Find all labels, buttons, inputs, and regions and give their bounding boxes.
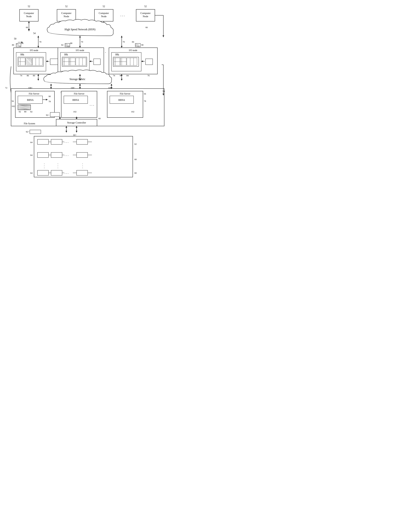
svg-text:56: 56 (12, 100, 14, 102)
svg-text:File Server: File Server (29, 92, 39, 95)
svg-text:2: 2 (118, 54, 119, 56)
svg-text:78: 78 (48, 100, 51, 103)
svg-rect-79 (50, 59, 58, 65)
svg-text:File Server: File Server (120, 92, 130, 95)
svg-text:Computer: Computer (140, 12, 151, 15)
svg-text:BB: BB (115, 53, 119, 56)
svg-text:84: 84 (132, 40, 134, 43)
svg-text:64: 64 (30, 172, 33, 174)
svg-text:86: 86 (27, 74, 29, 77)
svg-marker-231 (66, 131, 67, 132)
svg-text:Node: Node (101, 15, 107, 18)
svg-rect-107 (94, 59, 100, 65)
svg-marker-232 (66, 126, 67, 128)
svg-text:92: 92 (19, 110, 21, 113)
svg-text:88: 88 (70, 42, 72, 45)
svg-marker-46 (79, 46, 81, 48)
svg-text:·: · (44, 166, 45, 170)
svg-rect-246 (77, 139, 88, 145)
svg-text:0: 0 (23, 54, 24, 56)
svg-text:52: 52 (144, 5, 147, 8)
svg-marker-171 (79, 84, 81, 85)
svg-text:90: 90 (141, 44, 143, 46)
svg-text:Node: Node (64, 15, 69, 18)
svg-text:60: 60 (135, 172, 137, 174)
diagram-container: Computer Node 52 Computer Node 52 Comput… (0, 0, 170, 208)
svg-rect-253 (51, 153, 62, 158)
svg-text:108~: 108~ (71, 86, 75, 89)
svg-text:84: 84 (127, 74, 129, 77)
svg-text:Node: Node (143, 15, 148, 18)
svg-text:70: 70 (81, 40, 83, 43)
svg-text:90: 90 (48, 95, 51, 98)
svg-text:60: 60 (135, 158, 137, 161)
svg-text:Computer: Computer (61, 12, 71, 15)
svg-rect-212 (107, 91, 143, 117)
svg-marker-156 (121, 79, 122, 81)
svg-text:108~: 108~ (28, 86, 33, 89)
svg-text:66: 66 (145, 26, 148, 29)
svg-text:Node: Node (26, 15, 32, 18)
svg-text:86: 86 (21, 42, 24, 45)
svg-text:92~: 92~ (46, 114, 49, 116)
svg-text:72: 72 (5, 86, 7, 89)
svg-marker-150 (38, 79, 39, 81)
svg-text:Computer: Computer (99, 12, 109, 15)
svg-marker-151 (38, 74, 39, 76)
svg-text:. . .: . . . (65, 153, 68, 156)
svg-marker-34 (163, 35, 164, 37)
svg-marker-168 (50, 84, 52, 85)
svg-text:I/O node: I/O node (129, 49, 137, 52)
svg-text:File Server: File Server (74, 92, 84, 95)
svg-text:68: 68 (98, 117, 101, 120)
svg-rect-137 (145, 59, 153, 65)
svg-rect-132 (127, 58, 137, 65)
svg-rect-74 (32, 58, 43, 65)
svg-text:64: 64 (30, 154, 33, 156)
svg-text:54: 54 (33, 32, 36, 35)
svg-text:102: 102 (12, 105, 15, 107)
svg-text:BBNA: BBNA (27, 99, 34, 101)
svg-text:78: 78 (144, 100, 146, 102)
svg-text:File System: File System (24, 122, 35, 125)
svg-text:. . .: . . . (65, 171, 68, 174)
svg-text:80: 80 (33, 74, 35, 77)
svg-text:BBNA: BBNA (73, 99, 79, 101)
svg-rect-255 (77, 153, 88, 158)
svg-text:I/O node: I/O node (76, 49, 84, 52)
svg-marker-47 (79, 36, 81, 38)
svg-text:Storage Fabric: Storage Fabric (69, 78, 85, 81)
svg-rect-219 (50, 112, 60, 117)
svg-text:70: 70 (39, 40, 41, 43)
svg-marker-42 (38, 46, 39, 48)
svg-text:82: 82 (30, 110, 32, 113)
svg-marker-235 (76, 126, 77, 128)
svg-text:52: 52 (65, 5, 68, 8)
svg-text:. . .: . . . (65, 140, 68, 143)
svg-marker-50 (121, 46, 122, 48)
svg-marker-51 (121, 36, 122, 38)
svg-marker-234 (76, 131, 77, 132)
svg-text:·: · (82, 166, 83, 170)
svg-rect-102 (76, 58, 86, 65)
svg-text:102: 102 (73, 110, 77, 113)
svg-marker-174 (111, 84, 112, 85)
svg-text:52: 52 (103, 5, 105, 8)
svg-text:BB: BB (64, 53, 68, 56)
svg-text:74: 74 (113, 74, 115, 77)
svg-text:50: 50 (14, 38, 16, 40)
svg-text:66: 66 (26, 26, 28, 29)
svg-text:BBNA: BBNA (119, 99, 125, 101)
svg-rect-273 (77, 170, 88, 176)
svg-text:Computer: Computer (24, 12, 34, 15)
svg-text:·: · (58, 166, 58, 170)
svg-text:BB: BB (20, 53, 24, 56)
svg-text:1: 1 (67, 54, 68, 56)
svg-rect-271 (51, 170, 62, 176)
svg-text:64: 64 (30, 141, 33, 144)
svg-text:82: 82 (61, 44, 63, 46)
svg-marker-21 (28, 21, 30, 23)
svg-text:. . .: . . . (120, 13, 125, 17)
svg-text:60~: 60~ (73, 134, 77, 136)
svg-text:62: 62 (135, 143, 137, 145)
